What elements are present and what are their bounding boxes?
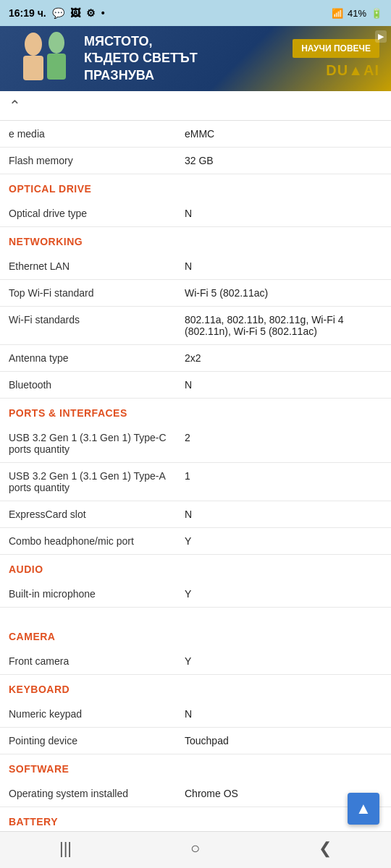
spec-label: Top Wi-Fi standard — [0, 280, 176, 307]
table-row: USB 3.2 Gen 1 (3.1 Gen 1) Type-A ports q… — [0, 463, 391, 501]
table-row: Front cameraY — [0, 648, 391, 675]
spec-label: Optical drive type — [0, 200, 176, 227]
table-row: Built-in microphoneY — [0, 581, 391, 608]
table-row: Combo headphone/mic portY — [0, 528, 391, 555]
section-header-audio: AUDIO — [0, 555, 391, 582]
table-row: Pointing deviceTouchpad — [0, 728, 391, 754]
spec-label: Built-in microphone — [0, 581, 176, 608]
ad-icon: ▶ — [375, 30, 387, 43]
table-row: Flash memory32 GB — [0, 148, 391, 174]
section-header-optical-drive: OPTICAL DRIVE — [0, 174, 391, 201]
spec-value: N — [176, 701, 391, 728]
battery-display: 41% — [348, 8, 366, 19]
svg-point-0 — [25, 33, 42, 56]
spec-value: 1 — [176, 463, 391, 501]
section-header-networking: NETWORKING — [0, 227, 391, 254]
spec-label: Ethernet LAN — [0, 253, 176, 280]
table-row: USB 3.2 Gen 1 (3.1 Gen 1) Type-C ports q… — [0, 425, 391, 463]
back-row: ⌃ — [0, 91, 391, 121]
status-bar: 16:19 ч. 💬 🖼 ⚙ • 📶 41% 🔋 — [0, 0, 391, 26]
spec-value: Y — [176, 528, 391, 555]
table-row: Top Wi-Fi standardWi-Fi 5 (802.11ac) — [0, 280, 391, 307]
section-header-software: SOFTWARE — [0, 754, 391, 781]
spec-label: ExpressCard slot — [0, 501, 176, 528]
settings-icon: ⚙ — [86, 7, 96, 19]
spec-value: 2 — [176, 425, 391, 463]
ad-people-graphic — [12, 30, 77, 88]
ad-banner: ▶ МЯСТОТО, КЪДЕТО СВЕТЪТ ПРАЗНУВА НАУЧИ … — [0, 26, 391, 91]
nav-back-button[interactable]: ❮ — [319, 839, 332, 858]
spec-value: 32 GB — [176, 148, 391, 174]
ad-button[interactable]: НАУЧИ ПОВЕЧЕ — [293, 39, 379, 58]
spec-value: Touchpad — [176, 728, 391, 754]
spec-label: USB 3.2 Gen 1 (3.1 Gen 1) Type-A ports q… — [0, 463, 176, 501]
spacer-row — [0, 608, 391, 623]
table-row: Numeric keypadN — [0, 701, 391, 728]
table-row: ExpressCard slotN — [0, 501, 391, 528]
ad-text: МЯСТОТО, КЪДЕТО СВЕТЪТ ПРАЗНУВА — [77, 33, 293, 84]
table-row: BluetoothN — [0, 372, 391, 399]
svg-rect-1 — [23, 56, 43, 80]
spec-label: Flash memory — [0, 148, 176, 174]
nav-recent-button[interactable]: ||| — [59, 839, 72, 858]
spec-label: Pointing device — [0, 728, 176, 754]
status-right: 📶 41% 🔋 — [332, 8, 382, 19]
messenger-icon: 💬 — [52, 7, 64, 19]
spec-label: Wi-Fi standards — [0, 307, 176, 345]
table-row: Operating system installedChrome OS — [0, 780, 391, 807]
battery-icon: 🔋 — [371, 8, 382, 19]
svg-rect-3 — [47, 54, 66, 80]
spec-label: Bluetooth — [0, 372, 176, 399]
nav-home-button[interactable]: ○ — [190, 839, 200, 858]
spec-table: e mediaeMMCFlash memory32 GBOPTICAL DRIV… — [0, 121, 391, 833]
spec-label: Antenna type — [0, 345, 176, 372]
svg-point-2 — [49, 32, 64, 54]
photo-icon: 🖼 — [70, 7, 80, 19]
spec-value: Wi-Fi 5 (802.11ac) — [176, 280, 391, 307]
section-header-camera: CAMERA — [0, 622, 391, 648]
wifi-icon: 📶 — [332, 8, 343, 19]
spec-value: eMMC — [176, 121, 391, 148]
spec-value: N — [176, 372, 391, 399]
spec-value: N — [176, 501, 391, 528]
scroll-top-button[interactable]: ▲ — [348, 793, 379, 825]
table-row: Wi-Fi standards802.11a, 802.11b, 802.11g… — [0, 307, 391, 345]
back-arrow-icon[interactable]: ⌃ — [9, 97, 21, 114]
table-row: e mediaeMMC — [0, 121, 391, 148]
time-display: 16:19 ч. — [9, 7, 46, 19]
spec-value: 802.11a, 802.11b, 802.11g, Wi-Fi 4 (802.… — [176, 307, 391, 345]
table-row: Ethernet LANN — [0, 253, 391, 280]
bottom-nav: ||| ○ ❮ — [0, 831, 391, 868]
spec-label: Front camera — [0, 648, 176, 675]
section-header-ports-interfaces: PORTS & INTERFACES — [0, 399, 391, 425]
status-left: 16:19 ч. 💬 🖼 ⚙ • — [9, 7, 105, 19]
spec-value: Y — [176, 581, 391, 608]
spec-value: Y — [176, 648, 391, 675]
spec-label: e media — [0, 121, 176, 148]
spec-value: 2x2 — [176, 345, 391, 372]
table-row: Antenna type2x2 — [0, 345, 391, 372]
table-row: Optical drive typeN — [0, 200, 391, 227]
spec-label: Combo headphone/mic port — [0, 528, 176, 555]
section-header-keyboard: KEYBOARD — [0, 675, 391, 702]
ad-right: НАУЧИ ПОВЕЧЕ DU▲AI — [293, 39, 379, 79]
scroll-top-icon: ▲ — [356, 799, 371, 818]
section-header-battery: BATTERY — [0, 807, 391, 834]
dot-icon: • — [101, 7, 105, 19]
spec-label: Numeric keypad — [0, 701, 176, 728]
spec-value: N — [176, 253, 391, 280]
spec-label: Operating system installed — [0, 780, 176, 807]
spec-label: USB 3.2 Gen 1 (3.1 Gen 1) Type-C ports q… — [0, 425, 176, 463]
ad-logo: DU▲AI — [326, 62, 379, 79]
spec-value: N — [176, 200, 391, 227]
